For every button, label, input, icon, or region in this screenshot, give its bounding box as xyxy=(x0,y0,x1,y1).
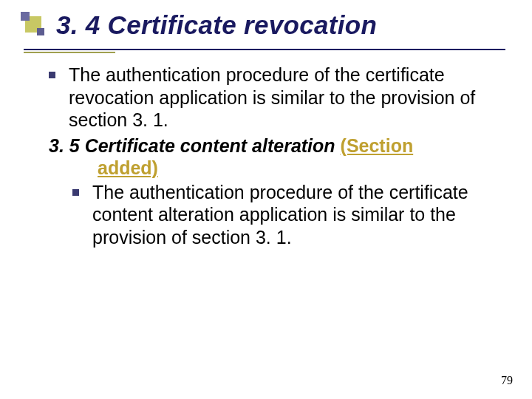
bullet-item: The authentication procedure of the cert… xyxy=(72,181,505,249)
title-underline xyxy=(24,49,505,50)
subheading-3-5: 3. 5 Certificate content alteration (Sec… xyxy=(49,134,505,180)
page-number: 79 xyxy=(501,374,513,387)
slide-title: 3. 4 Certificate revocation xyxy=(56,10,514,40)
section-added-annotation-line2: added) xyxy=(98,157,505,180)
deco-square-blue-bottom xyxy=(37,28,44,35)
bullet-text: The authentication procedure of the cert… xyxy=(92,181,505,249)
slide-body: The authentication procedure of the cert… xyxy=(49,64,505,251)
bullet-square-icon xyxy=(72,189,79,196)
deco-square-blue-top xyxy=(21,12,30,21)
bullet-item: The authentication procedure of the cert… xyxy=(49,64,505,132)
slide-container: 3. 4 Certificate revocation The authenti… xyxy=(0,0,532,399)
section-added-annotation: (Section xyxy=(341,135,414,156)
bullet-square-icon xyxy=(49,72,55,78)
subheading-text: 3. 5 Certificate content alteration xyxy=(49,135,335,156)
corner-decoration xyxy=(21,12,50,37)
bullet-text: The authentication procedure of the cert… xyxy=(69,64,505,132)
